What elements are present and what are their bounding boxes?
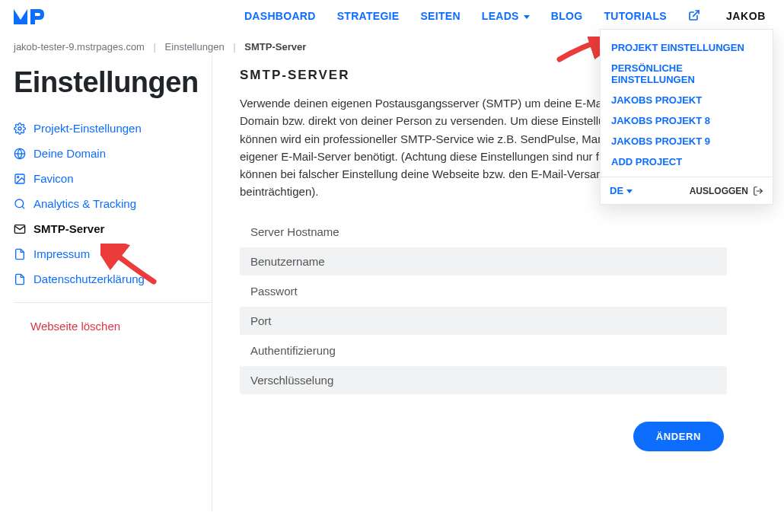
dropdown-persoenliche-einstellungen[interactable]: PERSÖNLICHE EINSTELLUNGEN xyxy=(601,58,773,90)
sidebar-item-datenschutz[interactable]: Datenschutzerklärung xyxy=(14,266,212,291)
nav-seiten[interactable]: SEITEN xyxy=(420,10,460,22)
sidebar-item-impressum[interactable]: Impressum xyxy=(14,241,212,266)
sidebar-item-domain[interactable]: Deine Domain xyxy=(14,141,212,166)
dropdown-projekt-einstellungen[interactable]: PROJEKT EINSTELLUNGEN xyxy=(601,37,773,58)
field-authentifizierung[interactable]: Authentifizierung xyxy=(240,336,727,365)
user-dropdown: PROJEKT EINSTELLUNGEN PERSÖNLICHE EINSTE… xyxy=(600,29,773,205)
sidebar-item-label: Analytics & Tracking xyxy=(33,197,136,210)
dropdown-jakobs-projekt-8[interactable]: JAKOBS PROJEKT 8 xyxy=(601,110,773,131)
svg-line-8 xyxy=(22,206,24,209)
main-nav: DASHBOARD STRATEGIE SEITEN LEADS BLOG TU… xyxy=(244,9,766,24)
sidebar-item-smtp[interactable]: SMTP-Server xyxy=(14,216,212,241)
chevron-down-icon xyxy=(626,190,633,193)
save-button[interactable]: ÄNDERN xyxy=(633,422,724,451)
dropdown-divider xyxy=(601,177,773,177)
nav-dashboard[interactable]: DASHBOARD xyxy=(244,10,316,22)
nav-blog[interactable]: BLOG xyxy=(551,10,583,22)
svg-point-7 xyxy=(15,199,24,208)
external-link-icon[interactable] xyxy=(688,9,700,24)
nav-tutorials[interactable]: TUTORIALS xyxy=(604,10,667,22)
sidebar-delete-website[interactable]: Webseite löschen xyxy=(14,314,120,333)
sidebar-item-label: SMTP-Server xyxy=(33,222,104,235)
field-port[interactable]: Port xyxy=(240,307,727,335)
logout-icon xyxy=(753,186,763,196)
field-server-hostname[interactable]: Server Hostname xyxy=(240,218,727,246)
topbar: DASHBOARD STRATEGIE SEITEN LEADS BLOG TU… xyxy=(0,0,784,32)
nav-user[interactable]: JAKOB xyxy=(722,10,766,22)
sidebar-item-analytics[interactable]: Analytics & Tracking xyxy=(14,191,212,216)
page-title: Einstellungen xyxy=(14,66,212,99)
breadcrumb-domain[interactable]: jakob-tester-9.mstrpages.com xyxy=(14,41,145,53)
dropdown-logout[interactable]: AUSLOGGEN xyxy=(690,186,763,196)
field-passwort[interactable]: Passwort xyxy=(240,277,727,305)
image-icon xyxy=(14,173,26,185)
doc-icon xyxy=(14,248,26,260)
breadcrumb-section[interactable]: Einstellungen xyxy=(165,41,225,53)
sidebar-item-label: Favicon xyxy=(33,172,74,185)
dropdown-jakobs-projekt[interactable]: JAKOBS PROJEKT xyxy=(601,90,773,110)
sidebar-item-label: Deine Domain xyxy=(33,147,106,160)
sidebar-divider xyxy=(14,302,212,303)
svg-point-6 xyxy=(18,176,19,177)
svg-line-0 xyxy=(693,11,699,16)
sidebar-item-favicon[interactable]: Favicon xyxy=(14,166,212,191)
field-benutzername[interactable]: Benutzername xyxy=(240,247,727,276)
field-verschluesselung[interactable]: Verschlüsselung xyxy=(240,366,727,394)
breadcrumb-active: SMTP-Server xyxy=(244,41,306,53)
dropdown-add-project[interactable]: ADD PROJECT xyxy=(601,151,773,172)
sidebar-item-projekt-einstellungen[interactable]: Projekt-Einstellungen xyxy=(14,116,212,141)
nav-leads[interactable]: LEADS xyxy=(482,10,530,22)
globe-icon xyxy=(14,148,26,160)
nav-strategie[interactable]: STRATEGIE xyxy=(337,10,400,22)
search-icon xyxy=(14,198,26,210)
doc-icon xyxy=(14,273,26,285)
sidebar-item-label: Projekt-Einstellungen xyxy=(33,122,142,135)
svg-point-2 xyxy=(18,127,21,130)
smtp-form: Server Hostname Benutzername Passwort Po… xyxy=(240,218,727,394)
sidebar-item-label: Datenschutzerklärung xyxy=(33,272,145,285)
gear-icon xyxy=(14,123,26,135)
dropdown-jakobs-projekt-9[interactable]: JAKOBS PROJEKT 9 xyxy=(601,131,773,151)
sidebar-item-label: Impressum xyxy=(33,247,90,260)
mail-icon xyxy=(14,223,26,235)
brand[interactable] xyxy=(14,8,49,24)
sidebar: Einstellungen Projekt-Einstellungen Dein… xyxy=(14,56,212,512)
dropdown-language[interactable]: DE xyxy=(610,185,633,196)
logo-icon xyxy=(14,8,49,24)
